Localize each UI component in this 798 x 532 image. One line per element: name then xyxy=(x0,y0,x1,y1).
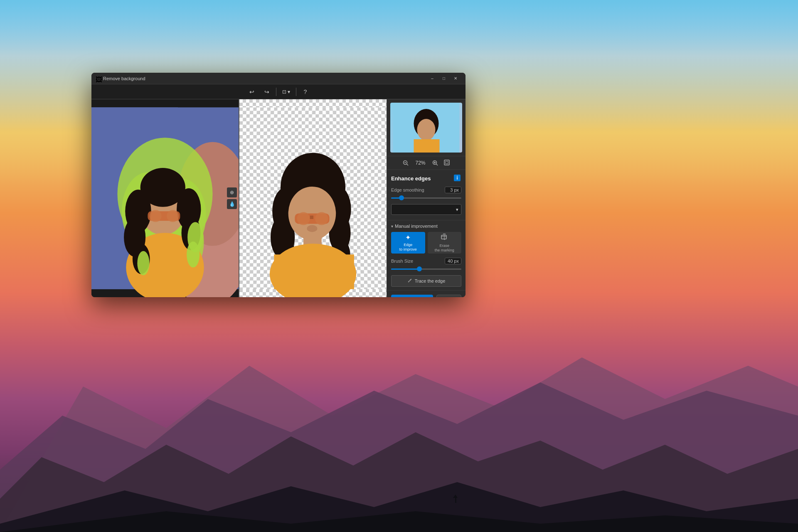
brush-size-slider-row xyxy=(391,266,461,272)
svg-point-55 xyxy=(417,119,436,140)
edge-smoothing-value: 3 px xyxy=(445,187,461,193)
slider-track xyxy=(391,197,461,199)
cancel-button[interactable]: Cancel xyxy=(436,295,461,297)
left-canvas-panel[interactable]: ⊕ 💧 xyxy=(91,99,239,297)
svg-line-75 xyxy=(408,282,409,282)
manual-improvement-section: ▾ Manual improvement ✦ Edgeto improve xyxy=(387,220,466,290)
manual-improvement-header: ▾ Manual improvement xyxy=(391,224,461,229)
minimize-button[interactable]: – xyxy=(426,73,438,84)
save-to-library-button[interactable]: Save and add to the library xyxy=(391,295,433,297)
footer-actions: Save and add to the library Cancel xyxy=(387,290,466,297)
edge-improve-label: Edgeto improve xyxy=(399,243,417,252)
preview-thumbnail xyxy=(390,103,462,153)
result-canvas-svg xyxy=(239,99,387,297)
edge-smoothing-control: Edge smoothing 3 px xyxy=(391,187,461,201)
svg-point-25 xyxy=(150,210,162,222)
enhance-edges-section: Enhance edges Edge smoothing 3 px xyxy=(387,170,466,220)
svg-rect-56 xyxy=(414,139,440,153)
trace-edge-button[interactable]: Trace the edge xyxy=(391,275,461,287)
brush-size-label-row: Brush Size 40 px xyxy=(391,258,461,264)
edge-improve-tool-button[interactable]: ✦ Edgeto improve xyxy=(391,232,425,254)
svg-line-64 xyxy=(436,164,438,166)
zoom-out-button[interactable] xyxy=(401,159,410,167)
svg-point-47 xyxy=(315,212,328,225)
edge-smoothing-label-row: Edge smoothing 3 px xyxy=(391,187,461,193)
main-content: ⊕ 💧 xyxy=(91,99,466,297)
canvas-tools: ⊕ 💧 xyxy=(227,187,237,209)
canvas-area[interactable]: ⊕ 💧 xyxy=(91,99,387,297)
svg-point-26 xyxy=(167,210,179,222)
brush-slider-track xyxy=(391,268,461,270)
toolbar-divider-2 xyxy=(296,88,296,96)
edge-smoothing-slider[interactable] xyxy=(391,195,461,201)
erase-marking-label: Erasethe marking xyxy=(435,244,454,253)
svg-point-46 xyxy=(297,212,310,225)
maximize-button[interactable]: □ xyxy=(438,73,450,84)
split-view: ⊕ 💧 xyxy=(91,99,387,297)
right-canvas-panel[interactable] xyxy=(239,99,387,297)
edge-smoothing-label: Edge smoothing xyxy=(391,187,424,192)
select-icon: ⊡ xyxy=(282,89,286,95)
enhance-edges-header: Enhance edges xyxy=(391,174,461,182)
redo-button[interactable]: ↪ xyxy=(261,86,273,98)
dropdown-chevron: ▾ xyxy=(456,207,458,212)
svg-point-69 xyxy=(457,176,458,177)
edge-mode-dropdown[interactable]: ▾ xyxy=(391,204,461,215)
app-window: 🖼 Remove background – □ ✕ ↩ ↪ ⊡ ▾ ? xyxy=(91,73,466,297)
toolbar: ↩ ↪ ⊡ ▾ ? xyxy=(91,84,466,99)
close-button[interactable]: ✕ xyxy=(450,73,461,84)
preview-section xyxy=(387,99,466,156)
brush-size-label: Brush Size xyxy=(391,259,413,264)
edge-smoothing-slider-row xyxy=(391,195,461,201)
svg-rect-5 xyxy=(455,498,456,503)
canvas-tool-1[interactable]: ⊕ xyxy=(227,187,237,197)
manual-chevron-icon: ▾ xyxy=(391,224,393,229)
trace-edge-label: Trace the edge xyxy=(415,278,446,283)
brush-size-slider[interactable] xyxy=(391,266,461,272)
zoom-controls: 72% xyxy=(387,156,466,170)
right-sidebar: 72% xyxy=(387,99,466,297)
app-icon: 🖼 xyxy=(96,76,101,81)
brush-slider-fill xyxy=(391,268,419,270)
brush-size-value: 40 px xyxy=(445,258,461,264)
brush-slider-thumb[interactable] xyxy=(417,266,422,271)
toolbar-divider-1 xyxy=(276,88,276,96)
svg-point-49 xyxy=(307,225,317,232)
window-controls: – □ ✕ xyxy=(426,73,461,84)
erase-marking-tool-button[interactable]: Erasethe marking xyxy=(428,232,462,254)
svg-line-74 xyxy=(410,280,411,280)
svg-rect-65 xyxy=(444,160,449,165)
svg-rect-70 xyxy=(441,235,446,239)
edge-improve-icon: ✦ xyxy=(405,234,411,241)
enhance-edges-title: Enhance edges xyxy=(391,175,431,182)
svg-point-44 xyxy=(288,187,336,240)
svg-line-60 xyxy=(407,164,409,166)
window-title: Remove background xyxy=(103,76,426,81)
original-canvas-svg xyxy=(91,99,239,297)
brush-size-control: Brush Size 40 px xyxy=(391,258,461,272)
svg-rect-52 xyxy=(274,254,354,289)
canvas-tool-2[interactable]: 💧 xyxy=(227,199,237,209)
undo-button[interactable]: ↩ xyxy=(246,86,258,98)
enhance-edges-info-button[interactable] xyxy=(453,174,461,182)
help-button[interactable]: ? xyxy=(300,86,311,98)
select-chevron: ▾ xyxy=(288,89,290,95)
title-bar: 🖼 Remove background – □ ✕ xyxy=(91,73,466,84)
svg-point-29 xyxy=(137,251,149,275)
zoom-in-button[interactable] xyxy=(431,159,439,167)
svg-rect-48 xyxy=(310,216,313,219)
slider-thumb[interactable] xyxy=(399,195,404,200)
zoom-value: 72% xyxy=(413,160,428,166)
zoom-fit-button[interactable] xyxy=(443,159,451,167)
manual-tool-buttons: ✦ Edgeto improve xyxy=(391,232,461,254)
trace-pencil-icon xyxy=(407,278,412,284)
svg-point-28 xyxy=(187,241,200,267)
svg-rect-66 xyxy=(446,161,448,164)
select-tool-button[interactable]: ⊡ ▾ xyxy=(280,86,293,98)
erase-marking-icon xyxy=(441,233,448,242)
manual-improvement-title: Manual improvement xyxy=(395,224,438,229)
